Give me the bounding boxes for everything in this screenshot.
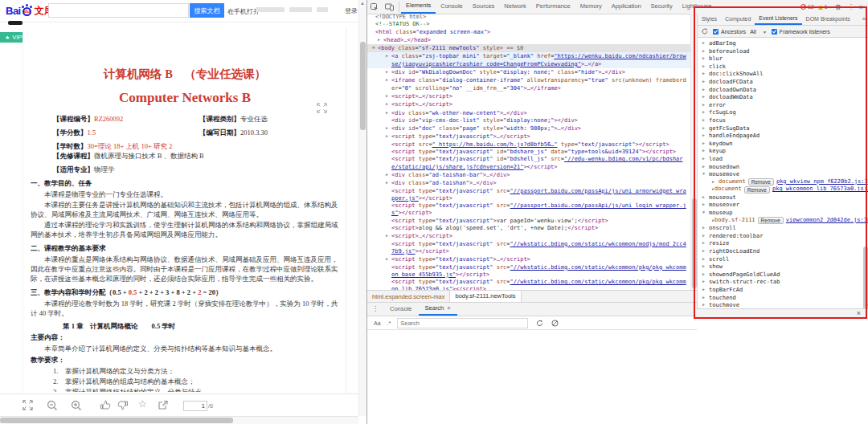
tree-line[interactable]: <script type="text/javascript" src="//wk… [367, 241, 690, 256]
search-input[interactable] [48, 3, 189, 18]
devtools-tab-security[interactable]: Security [646, 0, 678, 14]
event-item-handleEndpageAd[interactable]: ▶handleEndpageAd [698, 132, 868, 140]
tree-line[interactable]: <script type="text/javascript" src="//wk… [367, 279, 690, 290]
scroll-up-arrow[interactable]: ▲ [360, 1, 365, 6]
remove-listener-button[interactable]: Remove [748, 178, 774, 186]
remove-listener-button[interactable]: Remove [744, 186, 770, 194]
tree-line[interactable]: ▶<a class="zsj-topbar mini" target="_bla… [367, 52, 690, 68]
tree-line[interactable]: ▶<script type="text/javascript">…</scrip… [367, 132, 690, 141]
event-item-adBarImg[interactable]: ▶adBarImg [698, 39, 868, 47]
listener-source-link[interactable]: viewcommon2_2d042de.js:38 [786, 217, 868, 225]
ancestors-checkbox[interactable] [713, 29, 719, 35]
sidebar-tab-event-listeners[interactable]: Event Listeners [755, 14, 801, 25]
vertical-scroll-thumb[interactable] [360, 42, 366, 130]
tree-line[interactable]: ▶<script>…</script> [367, 92, 690, 100]
tree-line[interactable]: <html class="expanded screen-max"> [367, 29, 690, 36]
elements-scrollbar[interactable] [690, 14, 697, 290]
event-item-keyup[interactable]: ▶keyup [698, 147, 868, 155]
tree-line[interactable]: ▶<script>…</script> [367, 100, 690, 108]
tree-line[interactable]: <script src=" https://hm.baidu.com/h.js?… [367, 141, 690, 149]
login-link[interactable]: 登录 [345, 6, 358, 15]
tree-line[interactable]: <!DOCTYPE html> [367, 14, 690, 21]
event-item-show[interactable]: ▶show [698, 263, 868, 271]
horizontal-scrollbar[interactable] [0, 416, 358, 424]
breadcrumb-body[interactable]: body.sf-2111.newTools [449, 291, 521, 302]
tree-line[interactable]: <script type="text/javascript">var pageI… [367, 218, 690, 225]
event-item-mouseup[interactable]: ▼mouseup [698, 209, 868, 217]
horizontal-scroll-thumb[interactable] [0, 418, 233, 423]
tree-line[interactable]: <script type="text/javascript" src="//wk… [367, 264, 690, 279]
event-item-docloadWmData[interactable]: ▶docloadWmData [698, 93, 868, 101]
more-options-icon[interactable]: ⋮ [848, 3, 854, 10]
event-item-docloadFCData[interactable]: ▶docloadFCData [698, 78, 868, 86]
event-item-mousedown[interactable]: ▶mousedown [698, 163, 868, 171]
event-item-rightDocLoadEnd[interactable]: ▶rightDocLoadEnd [698, 247, 868, 255]
event-item-scroll[interactable]: ▶scroll [698, 255, 868, 263]
event-item-switch-struct-rec-tab[interactable]: ▶switch-struct-rec-tab [698, 278, 868, 286]
remove-listener-button[interactable]: Remove [758, 217, 784, 224]
listener-node-link[interactable]: document [714, 186, 742, 194]
baidu-wenku-logo[interactable]: Bai du 文库 [6, 3, 54, 18]
event-item-mouseout[interactable]: ▶mouseout [698, 194, 868, 202]
drawer-tab-search[interactable]: Search× [419, 303, 457, 316]
tree-line[interactable]: <script>alog && alog('speed.set', 'drt',… [367, 225, 690, 232]
favorite-star-icon[interactable]: ☆ [138, 398, 147, 410]
event-item-showendPageGoldClueAd[interactable]: ▶showendPageGoldClueAd [698, 271, 868, 279]
regex-toggle[interactable]: .* [387, 320, 391, 326]
devtools-tab-lighthouse[interactable]: Lighthouse [678, 0, 717, 14]
fullscreen-icon[interactable] [23, 400, 33, 410]
event-item-mousemove[interactable]: ▼mousemove [698, 170, 868, 178]
tree-line[interactable]: ▶<div class="ad-taishan">…</div> [367, 179, 690, 187]
listener-source-link[interactable]: pkg_wkcommon_lib_76573a0.js:220 [772, 186, 868, 194]
tree-line[interactable]: <script type="text/javascript" src="//pa… [367, 188, 690, 203]
tree-line[interactable]: <script type="text/javascript" id="bdsha… [367, 149, 690, 156]
match-case-toggle[interactable]: Aa [374, 320, 381, 326]
search-button[interactable]: 搜索文档 [190, 3, 224, 18]
devtools-close-icon[interactable]: × [859, 3, 863, 11]
event-item-rendered:toolbar[interactable]: ▶rendered:toolbar [698, 232, 868, 240]
event-item-touchmove[interactable]: ▶touchmove [698, 301, 868, 308]
framework-listeners-checkbox[interactable] [772, 29, 777, 35]
event-item-click[interactable]: ▶click [698, 63, 868, 71]
tree-line[interactable]: <!--STATUS OK--> [367, 21, 690, 28]
tree-line[interactable]: <div id="vip-cms-doc-list" style="displa… [367, 117, 690, 124]
page-number-input[interactable] [183, 401, 207, 411]
drawer-tab-close-icon[interactable]: × [447, 304, 450, 312]
clear-search-icon[interactable] [551, 320, 559, 327]
event-item-load[interactable]: ▶load [698, 155, 868, 163]
refresh-listeners-icon[interactable] [702, 28, 708, 35]
event-item-mouseover[interactable]: ▶mouseover [698, 201, 868, 209]
sidebar-tab-computed[interactable]: Computed [721, 14, 755, 25]
event-item-doc:clickShowAll[interactable]: ▶doc:clickShowAll [698, 70, 868, 78]
breadcrumb-html[interactable]: html.expanded.screen-max [367, 293, 449, 300]
tree-line[interactable]: ▶<script>…</script> [367, 232, 690, 240]
devtools-tab-performance[interactable]: Performance [531, 0, 575, 14]
drawer-search-input[interactable] [397, 318, 528, 328]
event-item-getFcSugData[interactable]: ▶getFcSugData [698, 124, 868, 132]
drawer-menu-icon[interactable]: ⋮ [367, 303, 383, 316]
devtools-tab-memory[interactable]: Memory [575, 0, 607, 14]
tree-line[interactable]: ▶<script type="text/javascript">…</scrip… [367, 255, 690, 263]
event-item-topBarFcAd[interactable]: ▶topBarFcAd [698, 286, 868, 294]
tree-line[interactable]: ▶<div id="WkDialogDownDoc" style="displa… [367, 68, 690, 76]
settings-gear-icon[interactable]: ⚙ [835, 3, 841, 11]
event-item-touchend[interactable]: ▶touchend [698, 294, 868, 302]
tree-line[interactable]: <script type="text/javascript" src="//pa… [367, 202, 690, 218]
zoom-out-icon[interactable] [47, 400, 58, 411]
event-item-error[interactable]: ▶error [698, 101, 868, 109]
sidebar-tab-dom-breakpoints[interactable]: DOM Breakpoints [802, 14, 854, 25]
event-item-docloadOwnData[interactable]: ▶docloadOwnData [698, 86, 868, 94]
event-item-beforeunload[interactable]: ▶beforeunload [698, 47, 868, 55]
devtools-tab-console[interactable]: Console [436, 0, 468, 14]
devtools-tab-application[interactable]: Application [607, 0, 646, 14]
warning-badge[interactable]: 1 [818, 4, 828, 10]
tree-line[interactable]: ▶<div class="wk-other-new-cntent">…</div… [367, 109, 690, 117]
event-item-resize[interactable]: ▶resize [698, 239, 868, 247]
zoom-in-icon[interactable] [71, 400, 82, 411]
listener-filter-dropdown[interactable]: All▼ [750, 29, 767, 35]
tree-line[interactable]: ▶<head>…</head> [367, 36, 690, 44]
event-item-fcSugLog[interactable]: ▶fcSugLog [698, 108, 868, 116]
tree-line[interactable]: ▶<div id="doc" class="page" style="width… [367, 124, 690, 132]
inspect-element-icon[interactable] [367, 0, 382, 14]
devtools-tab-sources[interactable]: Sources [468, 0, 500, 14]
